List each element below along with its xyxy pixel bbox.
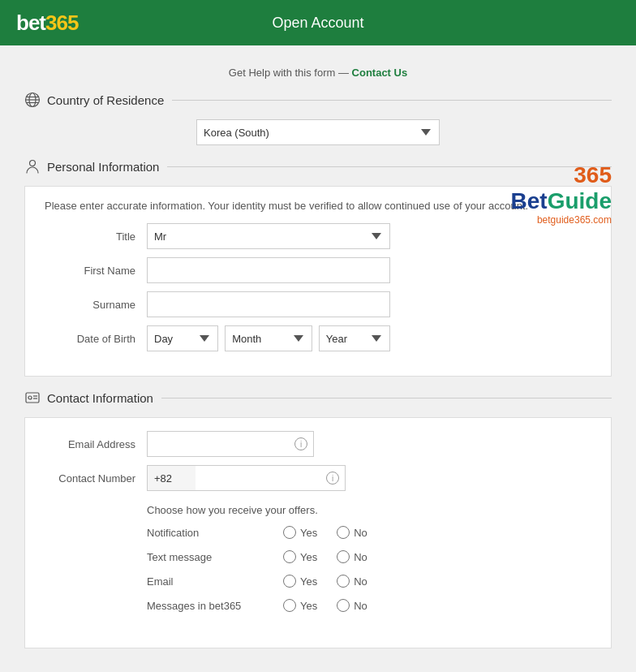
dob-day-select[interactable]: Day [147, 325, 218, 351]
country-dropdown-wrap: Korea (South) [24, 119, 612, 145]
logo-365: 365 [45, 11, 78, 35]
textmessage-row: Text message Yes No [147, 550, 595, 563]
firstname-control [147, 257, 390, 283]
contact-title: Contact Information [47, 391, 153, 405]
dob-row: Date of Birth Day Month Year [41, 325, 595, 351]
textmessage-no-radio[interactable] [337, 550, 350, 563]
contact-inner-box: Email Address i Contact Number +82 i [24, 417, 612, 648]
firstname-input[interactable] [147, 257, 390, 283]
notification-yes-option[interactable]: Yes [283, 526, 317, 539]
phone-row: Contact Number +82 i [41, 465, 595, 491]
messages-yes-label: Yes [300, 600, 317, 612]
dob-control: Day Month Year [147, 325, 390, 351]
textmessage-no-option[interactable]: No [337, 550, 367, 563]
personal-divider [167, 166, 612, 167]
textmessage-no-label: No [354, 551, 367, 563]
personal-inner-box: Please enter accurate information. Your … [24, 186, 612, 377]
textmessage-label: Text message [147, 551, 277, 563]
surname-row: Surname [41, 291, 595, 317]
person-icon [24, 158, 41, 174]
email-prefs-yes-option[interactable]: Yes [283, 575, 317, 588]
email-info-icon[interactable]: i [294, 437, 307, 450]
notification-label: Notification [147, 527, 277, 539]
surname-control [147, 291, 390, 317]
personal-title: Personal Information [47, 160, 159, 174]
messages-no-label: No [354, 600, 367, 612]
title-control: Mr Mrs Miss Ms Dr [147, 223, 390, 249]
textmessage-yes-radio[interactable] [283, 550, 296, 563]
country-select[interactable]: Korea (South) [196, 119, 440, 145]
personal-section-label: Personal Information [24, 158, 159, 174]
phone-group: +82 i [147, 465, 346, 491]
contact-us-link[interactable]: Contact Us [352, 67, 408, 79]
notification-no-radio[interactable] [337, 526, 350, 539]
email-prefs-yes-radio[interactable] [283, 575, 296, 588]
email-input-wrap: i [147, 431, 314, 457]
offers-section: Choose how you receive your offers. Noti… [41, 499, 595, 631]
country-section: Country of Residence Korea (South) [24, 92, 612, 145]
messages-no-radio[interactable] [337, 599, 350, 612]
dob-label: Date of Birth [41, 333, 147, 345]
messages-label: Messages in bet365 [147, 600, 277, 612]
svg-point-5 [30, 161, 36, 166]
dob-year-select[interactable]: Year [319, 325, 390, 351]
email-label: Email Address [41, 438, 147, 450]
help-text: Get Help with this form — [229, 67, 352, 79]
country-title: Country of Residence [47, 93, 164, 107]
globe-icon [24, 92, 41, 108]
contact-section: Contact Information Email Address i Cont… [24, 390, 612, 648]
surname-label: Surname [41, 299, 147, 311]
svg-point-7 [28, 396, 32, 399]
messages-no-option[interactable]: No [337, 599, 367, 612]
messages-yes-option[interactable]: Yes [283, 599, 317, 612]
phone-label: Contact Number [41, 472, 147, 485]
notification-no-option[interactable]: No [337, 526, 367, 539]
surname-input[interactable] [147, 291, 390, 317]
email-row: Email Address i [41, 431, 595, 457]
notification-no-label: No [354, 527, 367, 539]
contact-divider [161, 398, 612, 398]
phone-prefix: +82 [147, 465, 196, 491]
logo-bet: bet [16, 11, 45, 35]
contact-section-header: Contact Information [24, 390, 612, 406]
page-body: Get Help with this form — Contact Us Cou… [0, 45, 636, 672]
page-title: Open Account [272, 15, 363, 32]
personal-note: Please enter accurate information. Your … [41, 200, 595, 212]
country-section-header: Country of Residence [24, 92, 612, 108]
firstname-label: First Name [41, 265, 147, 277]
email-prefs-label: Email [147, 575, 277, 588]
email-prefs-row: Email Yes No [147, 575, 595, 588]
country-divider [172, 100, 612, 101]
firstname-row: First Name [41, 257, 595, 283]
email-prefs-no-option[interactable]: No [337, 575, 367, 588]
dob-month-select[interactable]: Month [225, 325, 312, 351]
title-label: Title [41, 230, 147, 243]
email-prefs-no-label: No [354, 575, 367, 588]
header: bet365 Open Account [0, 0, 636, 45]
notification-row: Notification Yes No [147, 526, 595, 539]
email-prefs-no-radio[interactable] [337, 575, 350, 588]
phone-info-icon[interactable]: i [326, 472, 339, 485]
messages-row: Messages in bet365 Yes No [147, 599, 595, 612]
contact-icon [24, 390, 41, 406]
messages-yes-radio[interactable] [283, 599, 296, 612]
textmessage-yes-label: Yes [300, 551, 317, 563]
notification-yes-radio[interactable] [283, 526, 296, 539]
title-select[interactable]: Mr Mrs Miss Ms Dr [147, 223, 390, 249]
textmessage-yes-option[interactable]: Yes [283, 550, 317, 563]
offers-intro: Choose how you receive your offers. [147, 504, 595, 516]
personal-section: Personal Information Please enter accura… [24, 158, 612, 377]
email-prefs-yes-label: Yes [300, 575, 317, 588]
dob-group: Day Month Year [147, 325, 390, 351]
phone-input[interactable] [196, 465, 346, 491]
notification-yes-label: Yes [300, 527, 317, 539]
logo: bet365 [16, 11, 78, 36]
email-input[interactable] [147, 431, 314, 457]
phone-number-wrap: i [196, 465, 346, 491]
help-bar: Get Help with this form — Contact Us [24, 58, 612, 92]
title-row: Title Mr Mrs Miss Ms Dr [41, 223, 595, 249]
country-section-label: Country of Residence [24, 92, 164, 108]
contact-section-label: Contact Information [24, 390, 153, 406]
personal-section-header: Personal Information [24, 158, 612, 174]
